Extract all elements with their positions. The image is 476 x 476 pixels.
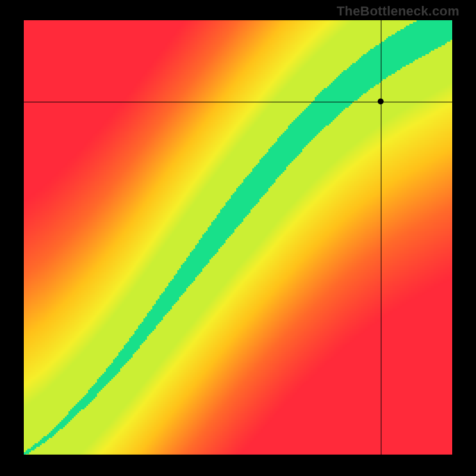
crosshair-overlay [24,20,452,455]
watermark-text: TheBottleneck.com [337,4,459,19]
chart-frame: TheBottleneck.com [0,0,476,476]
